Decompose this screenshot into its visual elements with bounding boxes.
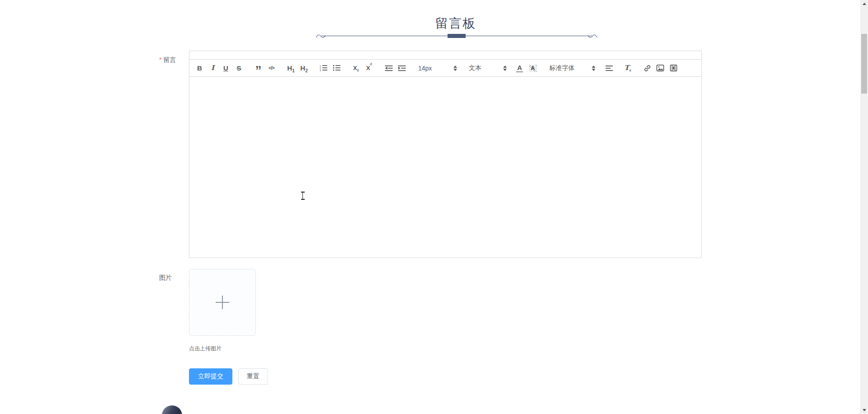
background-color-button[interactable]: A	[527, 62, 538, 75]
font-family-select[interactable]: 标准字体	[549, 62, 595, 75]
clear-format-button[interactable]: Tx	[622, 62, 633, 75]
indent-decrease-button[interactable]	[383, 62, 394, 75]
image-icon	[656, 65, 664, 71]
heading2-button[interactable]: H2	[298, 62, 310, 75]
svg-text:3: 3	[320, 69, 321, 71]
heading1-icon: H	[287, 65, 292, 71]
divider-squiggle-right-icon	[585, 33, 598, 39]
superscript-icon: X	[366, 65, 370, 71]
heading1-button[interactable]: H1	[285, 62, 297, 75]
upload-tip: 点击上传图片	[189, 345, 222, 353]
image-upload-button[interactable]	[189, 269, 256, 336]
divider-center-rect	[448, 34, 466, 38]
blockquote-button[interactable]: ”	[253, 62, 264, 75]
toolbar-group-basic: B I U S	[194, 62, 245, 75]
ordered-list-button[interactable]: 1 2 3	[318, 62, 329, 75]
reset-button[interactable]: 重置	[238, 368, 268, 385]
page-title: 留言板	[410, 15, 501, 32]
toolbar-group-clear: Tx	[622, 62, 633, 75]
heading1-number: 1	[292, 67, 295, 75]
updown-arrows-icon	[503, 66, 507, 71]
insert-image-button[interactable]	[655, 62, 666, 75]
link-icon	[644, 65, 651, 72]
bold-button[interactable]: B	[194, 62, 205, 75]
indent-decrease-icon	[385, 65, 393, 71]
editor-content-area[interactable]	[189, 77, 701, 258]
required-asterisk: *	[159, 56, 161, 63]
heading2-number: 2	[305, 67, 308, 75]
code-button[interactable]: </>	[266, 62, 277, 75]
toolbar-group-script: X2 X2	[350, 62, 375, 75]
indent-increase-icon	[398, 65, 406, 71]
text-type-value: 文本	[469, 64, 481, 72]
insert-link-button[interactable]	[642, 62, 653, 75]
scrollbar[interactable]	[860, 0, 868, 414]
rich-text-editor: B I U S ” </> H1 H2 1 2	[189, 51, 702, 258]
blockquote-icon: ”	[255, 68, 262, 73]
toolbar-group-fontsize: 14px	[418, 62, 457, 75]
unordered-list-icon	[333, 65, 340, 71]
insert-video-button[interactable]	[668, 62, 679, 75]
title-divider	[316, 33, 598, 39]
underline-icon: U	[223, 65, 228, 71]
font-size-select[interactable]: 14px	[418, 62, 457, 75]
toolbar-group-insert	[642, 62, 679, 75]
align-icon	[605, 65, 613, 71]
font-family-value: 标准字体	[549, 64, 575, 72]
unordered-list-button[interactable]	[331, 62, 342, 75]
scrollbar-thumb[interactable]	[861, 34, 867, 94]
subscript-button[interactable]: X2	[350, 62, 362, 75]
submit-button[interactable]: 立即提交	[189, 368, 232, 385]
subscript-number: 2	[357, 66, 359, 75]
clear-format-sub: x	[629, 66, 631, 75]
message-label-text: 留言	[163, 56, 176, 63]
toolbar-group-list: 1 2 3	[318, 62, 342, 75]
toolbar-group-block: ” </>	[253, 62, 277, 75]
toolbar-group-indent	[383, 62, 407, 75]
toolbar-group-fontfamily: 标准字体	[549, 62, 595, 75]
align-button[interactable]	[604, 62, 615, 75]
font-size-value: 14px	[418, 65, 432, 72]
plus-icon	[216, 296, 229, 309]
strikethrough-icon: S	[236, 65, 241, 71]
italic-icon: I	[211, 65, 214, 71]
scrollbar-down-arrow[interactable]	[863, 409, 866, 411]
superscript-button[interactable]: X2	[363, 62, 375, 75]
background-color-icon: A	[529, 65, 537, 72]
comment-avatar[interactable]	[162, 405, 182, 414]
clear-format-icon: T	[624, 65, 629, 71]
heading2-icon: H	[300, 65, 305, 71]
toolbar-group-texttype: 文本	[469, 62, 507, 75]
strikethrough-button[interactable]: S	[233, 62, 245, 75]
italic-button[interactable]: I	[207, 62, 218, 75]
video-icon	[670, 65, 677, 71]
updown-arrows-icon	[453, 66, 457, 71]
toolbar-group-align	[604, 62, 615, 75]
editor-toolbar: B I U S ” </> H1 H2 1 2	[189, 60, 701, 77]
scrollbar-up-arrow[interactable]	[863, 3, 866, 5]
superscript-number: 2	[370, 62, 372, 66]
text-type-select[interactable]: 文本	[469, 62, 507, 75]
message-label: *留言	[159, 55, 176, 64]
image-label: 图片	[159, 273, 172, 282]
font-color-icon: A	[516, 64, 523, 72]
updown-arrows-icon	[592, 66, 595, 71]
bold-icon: B	[197, 65, 202, 71]
font-color-button[interactable]: A	[514, 62, 525, 75]
code-icon: </>	[269, 66, 274, 71]
message-board-page: 留言板 *留言 B I U S ” </> H1	[0, 0, 868, 414]
toolbar-group-heading: H1 H2	[285, 62, 310, 75]
underline-button[interactable]: U	[220, 62, 231, 75]
ordered-list-icon: 1 2 3	[320, 65, 327, 71]
indent-increase-button[interactable]	[396, 62, 407, 75]
mouse-ibeam-cursor	[301, 192, 305, 200]
toolbar-group-color: A A	[514, 62, 538, 75]
editor-top-strip	[189, 51, 701, 60]
subscript-icon: X	[353, 65, 357, 71]
